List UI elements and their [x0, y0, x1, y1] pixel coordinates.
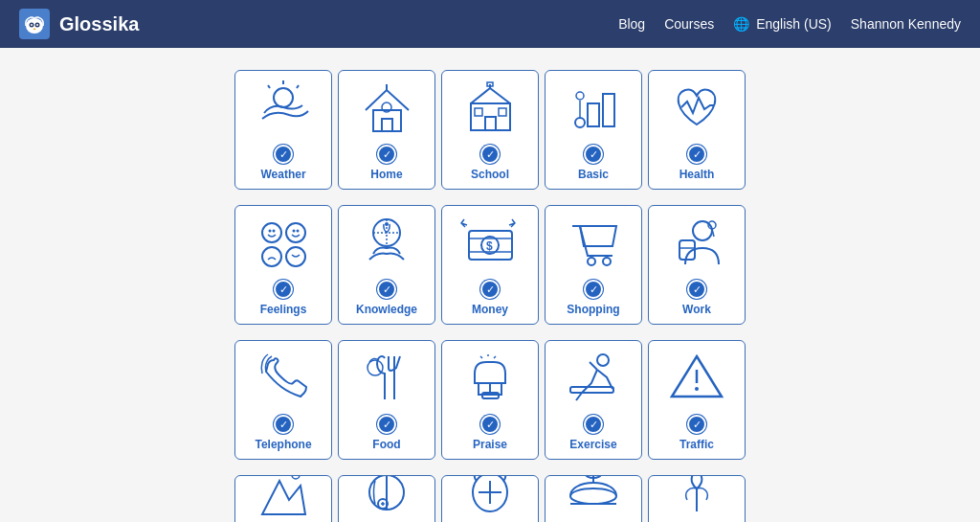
weather-check-badge: ✓ [274, 145, 293, 164]
shopping-check-badge: ✓ [584, 280, 603, 299]
svg-line-9 [297, 85, 299, 88]
svg-rect-55 [570, 387, 613, 393]
courses-link[interactable]: Courses [664, 16, 714, 32]
navbar: Glossika Blog Courses 🌐 English (US) Sha… [0, 0, 980, 48]
category-card-basic[interactable]: ✓Basic [545, 70, 642, 190]
svg-point-36 [385, 222, 389, 226]
svg-rect-16 [475, 108, 482, 116]
category-card-work[interactable]: ✓Work [648, 205, 746, 325]
svg-point-7 [274, 88, 293, 107]
svg-line-10 [268, 85, 270, 88]
svg-rect-21 [588, 103, 599, 126]
traffic-label: Traffic [679, 438, 714, 451]
food-check-badge: ✓ [377, 415, 396, 434]
knowledge-icon-area [339, 206, 434, 280]
telephone-check-badge: ✓ [274, 415, 293, 434]
category-card-medicine[interactable] [338, 475, 435, 522]
money-label: Money [472, 303, 508, 316]
svg-point-43 [603, 258, 611, 265]
feelings-label: Feelings [260, 303, 307, 316]
svg-point-20 [575, 118, 585, 127]
category-card-telephone[interactable]: ✓Telephone [234, 340, 332, 460]
school-icon-area [442, 71, 538, 145]
navbar-links: Blog Courses 🌐 English (US) Shannon Kenn… [618, 16, 961, 32]
main-content: ✓Weather ✓Home ✓School ✓Basic ✓Health [0, 48, 980, 522]
work-check-badge: ✓ [687, 280, 706, 299]
category-card-praise[interactable]: ✓Praise [441, 340, 539, 460]
svg-point-32 [296, 230, 299, 233]
knowledge-check-badge: ✓ [377, 280, 396, 299]
weather-label: Weather [260, 168, 305, 181]
blog-link[interactable]: Blog [618, 16, 645, 32]
svg-rect-15 [485, 117, 496, 130]
svg-point-42 [588, 258, 595, 265]
category-card-money[interactable]: $ ✓Money [441, 205, 539, 325]
category-grid: ✓Weather ✓Home ✓School ✓Basic ✓Health [144, 67, 836, 522]
language-selector[interactable]: 🌐 English (US) [733, 16, 831, 32]
user-menu[interactable]: Shannon Kennedy [851, 16, 961, 32]
svg-point-5 [36, 24, 38, 26]
category-card-shopping[interactable]: ✓Shopping [545, 205, 642, 325]
svg-point-25 [262, 223, 281, 242]
svg-point-30 [272, 230, 275, 233]
food-icon-area [339, 341, 434, 415]
restaurant-icon-area [546, 475, 641, 522]
category-row-1: ✓Feelings ✓Knowledge $ ✓Money ✓Shopping … [232, 202, 748, 328]
home-icon-area [339, 71, 434, 145]
work-icon-area [649, 206, 745, 280]
category-card-crime[interactable] [441, 475, 539, 522]
school-label: School [471, 168, 509, 181]
home-check-badge: ✓ [377, 145, 396, 164]
svg-text:$: $ [486, 239, 493, 253]
svg-point-44 [693, 221, 712, 240]
category-card-school[interactable]: ✓School [441, 70, 539, 190]
category-card-weather[interactable]: ✓Weather [234, 70, 332, 190]
svg-point-57 [695, 387, 699, 391]
svg-line-48 [712, 229, 714, 237]
brand-name: Glossika [59, 13, 139, 35]
category-card-knowledge[interactable]: ✓Knowledge [338, 205, 435, 325]
food-label: Food [372, 438, 400, 451]
globe-icon: 🌐 [733, 16, 749, 32]
traffic-check-badge: ✓ [687, 415, 706, 434]
exercise-icon-area [546, 341, 641, 415]
work-label: Work [682, 303, 711, 316]
category-row-0: ✓Weather ✓Home ✓School ✓Basic ✓Health [232, 67, 748, 193]
svg-point-49 [368, 360, 383, 375]
praise-check-badge: ✓ [480, 415, 500, 434]
svg-point-23 [576, 92, 584, 100]
feelings-check-badge: ✓ [274, 280, 293, 299]
category-card-celebration[interactable] [234, 475, 332, 522]
basic-label: Basic [578, 168, 609, 181]
exercise-label: Exercise [569, 438, 616, 451]
category-card-feelings[interactable]: ✓Feelings [234, 205, 332, 325]
home-label: Home [370, 168, 402, 181]
basic-check-badge: ✓ [584, 145, 603, 164]
weather-icon-area [235, 71, 331, 145]
health-icon-area [649, 71, 745, 145]
feelings-icon-area [235, 206, 331, 280]
category-card-exercise[interactable]: ✓Exercise [545, 340, 642, 460]
shopping-icon-area [546, 206, 641, 280]
svg-point-26 [286, 223, 305, 242]
brand: Glossika [19, 9, 139, 39]
category-card-health[interactable]: ✓Health [648, 70, 746, 190]
school-check-badge: ✓ [480, 145, 500, 164]
svg-point-29 [268, 230, 271, 233]
category-card-restaurant[interactable] [545, 475, 642, 522]
category-card-traffic[interactable]: ✓Traffic [648, 340, 746, 460]
category-card-nature[interactable] [648, 475, 746, 522]
nature-icon-area [649, 475, 745, 522]
svg-point-67 [570, 488, 616, 504]
svg-point-54 [597, 354, 609, 366]
svg-point-1 [26, 18, 43, 34]
traffic-icon-area [649, 341, 745, 415]
money-icon-area: $ [442, 206, 538, 280]
logo-icon [19, 9, 50, 39]
medicine-icon-area [339, 475, 434, 522]
telephone-icon-area [235, 341, 331, 415]
health-check-badge: ✓ [687, 145, 706, 164]
svg-rect-17 [499, 108, 506, 116]
category-card-home[interactable]: ✓Home [338, 70, 435, 190]
category-card-food[interactable]: ✓Food [338, 340, 435, 460]
